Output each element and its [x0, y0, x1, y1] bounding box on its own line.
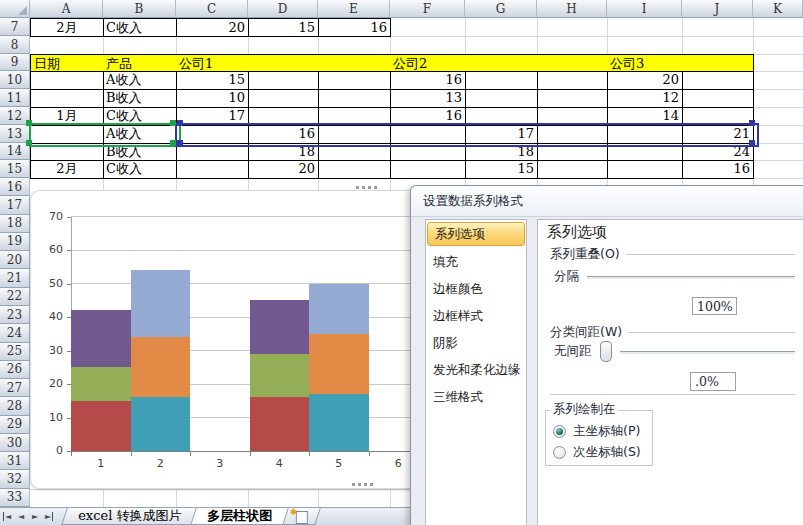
cell-D10[interactable] [248, 71, 319, 90]
cell-C15[interactable] [176, 160, 249, 179]
column-header-I[interactable]: I [607, 0, 682, 18]
series-name-range-highlight[interactable] [29, 123, 181, 147]
row-header-16[interactable]: 16 [0, 178, 30, 196]
row-header-8[interactable]: 8 [0, 36, 30, 54]
cell-B11[interactable]: B收入 [103, 89, 177, 108]
range-handle[interactable] [749, 140, 755, 146]
next-sheet-button[interactable]: ► [28, 508, 42, 525]
bar-segment-1月C收入-cat1[interactable] [71, 310, 131, 367]
row-header-19[interactable]: 19 [0, 233, 30, 251]
prev-sheet-button[interactable]: ◄ [14, 508, 28, 525]
column-header-A[interactable]: A [30, 0, 103, 18]
row-header-23[interactable]: 23 [0, 306, 30, 324]
bar-segment-1月B收入-cat4[interactable] [250, 354, 310, 398]
column-header-G[interactable]: G [465, 0, 537, 18]
range-handle[interactable] [170, 120, 176, 126]
chart-selection-handle-dots[interactable] [352, 483, 373, 486]
cell-D11[interactable] [248, 89, 319, 108]
cell-B10[interactable]: A收入 [103, 71, 177, 90]
bar-segment-1月B收入-cat1[interactable] [71, 367, 131, 401]
series-values-range-highlight[interactable] [175, 123, 759, 147]
bar-segment-1月A收入-cat4[interactable] [250, 397, 310, 451]
cell-G15[interactable]: 15 [465, 160, 538, 179]
cell-G10[interactable] [465, 71, 538, 90]
cell-D7[interactable]: 15 [248, 18, 319, 37]
cell-I10[interactable]: 20 [607, 71, 683, 90]
cell-I15[interactable] [607, 160, 683, 179]
cell-H15[interactable] [537, 160, 608, 179]
dialog-category-3[interactable]: 边框颜色 [426, 275, 526, 302]
row-header-32[interactable]: 32 [0, 470, 30, 488]
row-header-25[interactable]: 25 [0, 343, 30, 361]
dialog-title-bar[interactable]: 设置数据系列格式 [411, 186, 803, 217]
range-handle[interactable] [26, 140, 32, 146]
cell-I9[interactable]: 公司3 [607, 54, 683, 72]
cell-I11[interactable]: 12 [607, 89, 683, 108]
column-header-C[interactable]: C [176, 0, 248, 18]
bar-segment-2月A收入-cat5[interactable] [309, 394, 369, 451]
cell-D9[interactable] [248, 54, 319, 72]
row-header-11[interactable]: 11 [0, 89, 30, 107]
row-header-10[interactable]: 10 [0, 71, 30, 89]
column-header-F[interactable]: F [390, 0, 465, 18]
cell-A7[interactable]: 2月 [30, 18, 104, 37]
row-header-29[interactable]: 29 [0, 416, 30, 434]
row-header-18[interactable]: 18 [0, 215, 30, 233]
cell-A9[interactable]: 日期 [30, 54, 104, 72]
column-header-H[interactable]: H [537, 0, 607, 18]
radio-selected-icon[interactable] [553, 425, 566, 438]
secondary-axis-option[interactable]: 次坐标轴(S) [546, 441, 652, 462]
row-header-9[interactable]: 9 [0, 54, 30, 71]
gap-slider-track[interactable] [620, 351, 796, 354]
row-header-22[interactable]: 22 [0, 288, 30, 306]
cell-H10[interactable] [537, 71, 608, 90]
cell-C10[interactable]: 15 [176, 71, 249, 90]
overlap-slider-track[interactable] [587, 276, 795, 279]
bar-segment-2月C收入-cat5[interactable] [309, 284, 369, 334]
cell-A11[interactable] [30, 89, 104, 108]
row-header-21[interactable]: 21 [0, 269, 30, 287]
range-handle[interactable] [177, 140, 183, 146]
cell-B7[interactable]: C收入 [103, 18, 177, 37]
bar-segment-1月A收入-cat1[interactable] [71, 401, 131, 451]
row-header-15[interactable]: 15 [0, 160, 30, 178]
column-header-E[interactable]: E [318, 0, 390, 18]
cell-F11[interactable]: 13 [390, 89, 466, 108]
chart-selection-handle-dots[interactable] [356, 186, 377, 189]
cell-A15[interactable]: 2月 [30, 160, 104, 179]
gap-value-input[interactable]: .0% [690, 372, 736, 391]
cell-J15[interactable]: 16 [682, 160, 754, 179]
cell-H9[interactable] [537, 54, 608, 72]
cell-C9[interactable]: 公司1 [176, 54, 249, 72]
dialog-category-7[interactable]: 三维格式 [426, 383, 526, 410]
sheet-tab-1[interactable]: excel 转换成图片 [61, 508, 198, 525]
dialog-category-6[interactable]: 发光和柔化边缘 [426, 356, 526, 383]
dialog-category-1[interactable]: 系列选项 [427, 222, 525, 246]
select-all-box[interactable] [0, 0, 30, 18]
cell-E11[interactable] [318, 89, 391, 108]
cell-D15[interactable]: 20 [248, 160, 319, 179]
radio-unselected-icon[interactable] [553, 446, 566, 459]
gap-slider-thumb[interactable] [600, 341, 612, 362]
column-header-K[interactable]: K [753, 0, 803, 18]
row-header-33[interactable]: 33 [0, 489, 30, 507]
bar-segment-2月B收入-cat5[interactable] [309, 334, 369, 394]
cell-H11[interactable] [537, 89, 608, 108]
cell-F9[interactable]: 公司2 [390, 54, 466, 72]
range-handle[interactable] [177, 120, 183, 126]
column-header-J[interactable]: J [682, 0, 753, 18]
row-header-17[interactable]: 17 [0, 196, 30, 214]
cell-C7[interactable]: 20 [176, 18, 249, 37]
cell-J10[interactable] [682, 71, 754, 90]
cell-F15[interactable] [390, 160, 466, 179]
bar-segment-2月B收入-cat2[interactable] [131, 337, 191, 397]
row-header-7[interactable]: 7 [0, 18, 30, 36]
cell-F10[interactable]: 16 [390, 71, 466, 90]
cell-B15[interactable]: C收入 [103, 160, 177, 179]
cell-J9[interactable] [682, 54, 754, 72]
cell-B9[interactable]: 产品 [103, 54, 177, 72]
dialog-category-2[interactable]: 填充 [426, 248, 526, 275]
range-handle[interactable] [170, 140, 176, 146]
primary-axis-option[interactable]: 主坐标轴(P) [546, 420, 652, 441]
row-header-20[interactable]: 20 [0, 251, 30, 269]
